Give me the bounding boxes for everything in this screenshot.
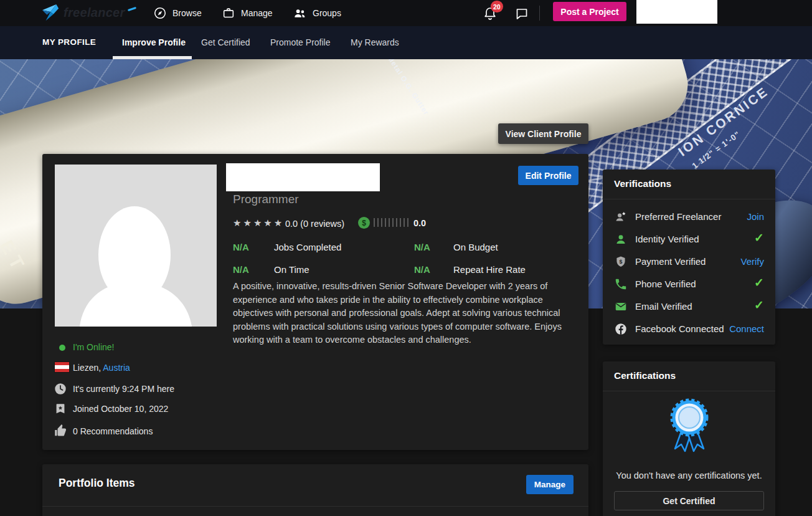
recommendations-text: 0 Recommendations (73, 426, 153, 436)
earnings-value: 0.0 (413, 218, 426, 228)
brand-wordmark: freelancer (64, 6, 125, 20)
location-row: Liezen, Austria (73, 363, 130, 373)
groups-icon (293, 6, 307, 21)
display-name-redacted (226, 163, 380, 191)
notification-count-badge[interactable]: 20 (491, 1, 503, 12)
brand-accent (128, 6, 136, 11)
navbar-divider (539, 6, 540, 21)
earnings-meter (374, 218, 408, 227)
tab-my-rewards[interactable]: My Rewards (351, 37, 399, 47)
verifications-title: Verifications (614, 178, 671, 189)
email-icon (614, 300, 628, 313)
verification-row-phone: Phone Verified ✓ (603, 273, 775, 295)
thumbs-up-icon (54, 424, 67, 438)
stat-value-repeat: N/A (414, 264, 430, 275)
verification-label: Preferred Freelancer (635, 211, 721, 222)
get-certified-button[interactable]: Get Certified (614, 491, 764, 510)
post-a-project-button[interactable]: Post a Project (553, 2, 626, 21)
profile-bio: A positive, innovative, results-driven S… (233, 280, 583, 347)
certification-ribbon-icon (663, 396, 716, 456)
compass-icon (153, 6, 167, 20)
facebook-icon (614, 322, 628, 336)
verified-check-icon: ✓ (754, 275, 764, 290)
top-navbar: freelancer Browse Manage (0, 0, 812, 26)
portfolio-divider (42, 506, 588, 507)
rating-value-reviews: 0.0 (0 reviews) (285, 219, 344, 229)
tab-promote-profile[interactable]: Promote Profile (270, 37, 330, 47)
austria-flag-icon (55, 362, 69, 372)
preferred-freelancer-icon (614, 210, 628, 224)
edit-profile-button[interactable]: Edit Profile (518, 166, 578, 185)
online-status-text: I'm Online! (73, 342, 114, 352)
identity-person-icon (614, 232, 628, 246)
verification-label: Email Verified (635, 301, 692, 312)
nav-label-groups: Groups (313, 8, 341, 18)
stat-value-jobs: N/A (233, 242, 249, 252)
verify-link[interactable]: Verify (740, 256, 764, 267)
verification-label: Payment Verified (635, 256, 706, 267)
nav-label-manage: Manage (241, 8, 273, 18)
rating-stars: ★★★★★ (233, 217, 284, 229)
manage-portfolio-button[interactable]: Manage (526, 475, 574, 494)
location-city: Liezen, (73, 363, 103, 373)
verification-row-email: Email Verified ✓ (603, 295, 775, 318)
certifications-title: Certifications (614, 370, 676, 381)
user-menu-redacted[interactable] (636, 0, 717, 24)
subnav-my-profile[interactable]: MY PROFILE (42, 37, 96, 47)
verifications-card: Verifications Preferred Freelancer Join … (603, 170, 775, 345)
joined-badge-icon (54, 402, 67, 416)
card-divider (603, 391, 775, 391)
verification-row-preferred: Preferred Freelancer Join (603, 206, 775, 228)
payment-shield-icon: $ (614, 255, 628, 269)
view-client-profile-button[interactable]: View Client Profile (498, 123, 588, 144)
verified-check-icon: ✓ (754, 231, 764, 245)
stat-label-jobs: Jobs Completed (274, 242, 341, 252)
stat-value-budget: N/A (414, 242, 430, 252)
joined-date-text: Joined October 10, 2022 (73, 404, 168, 414)
nav-item-groups[interactable]: Groups (293, 0, 341, 26)
location-country-link[interactable]: Austria (103, 363, 130, 373)
profile-role: Programmer (233, 193, 299, 206)
online-status-dot (59, 345, 65, 351)
dollar-circle-icon: $ (358, 217, 370, 229)
profile-subnav: MY PROFILE Improve Profile Get Certified… (0, 26, 812, 59)
tab-get-certified[interactable]: Get Certified (201, 37, 250, 47)
active-tab-underline (113, 56, 192, 59)
freelancer-bird-icon (41, 3, 60, 22)
verification-label: Phone Verified (635, 279, 696, 289)
svg-text:$: $ (620, 259, 623, 265)
avatar[interactable] (55, 165, 217, 327)
join-link[interactable]: Join (747, 211, 764, 222)
stat-value-ontime: N/A (233, 264, 249, 275)
verified-check-icon: ✓ (754, 298, 764, 312)
portfolio-title: Portfolio Items (59, 477, 135, 490)
tab-improve-profile[interactable]: Improve Profile (122, 37, 186, 47)
nav-item-manage[interactable]: Manage (222, 0, 273, 26)
chat-icon[interactable] (514, 6, 529, 21)
portfolio-items-card: Portfolio Items Manage (42, 464, 588, 516)
verification-row-identity: Identity Verified ✓ (603, 228, 775, 251)
certifications-card: Certifications You don't have any certif… (603, 361, 775, 516)
verification-row-facebook: Facebook Connected Connect (603, 318, 775, 340)
briefcase-icon (222, 6, 235, 20)
nav-label-browse: Browse (172, 8, 202, 18)
verification-row-payment: $ Payment Verified Verify (603, 251, 775, 273)
nav-item-browse[interactable]: Browse (153, 0, 202, 26)
stat-label-repeat: Repeat Hire Rate (453, 264, 526, 275)
card-divider (603, 199, 775, 199)
clock-icon (54, 382, 67, 396)
phone-icon (614, 277, 628, 291)
profile-summary-card: Edit Profile Programmer ★★★★★ 0.0 (0 rev… (42, 154, 588, 450)
verification-label: Facebook Connected (635, 323, 724, 334)
certifications-empty-message: You don't have any certifications yet. (603, 471, 775, 480)
stat-label-budget: On Budget (453, 242, 498, 252)
freelancer-logo[interactable]: freelancer (41, 3, 136, 22)
stat-label-ontime: On Time (274, 264, 309, 275)
verification-label: Identity Verified (635, 234, 699, 244)
local-time-text: It's currently 9:24 PM here (73, 384, 174, 394)
connect-link[interactable]: Connect (729, 323, 764, 334)
